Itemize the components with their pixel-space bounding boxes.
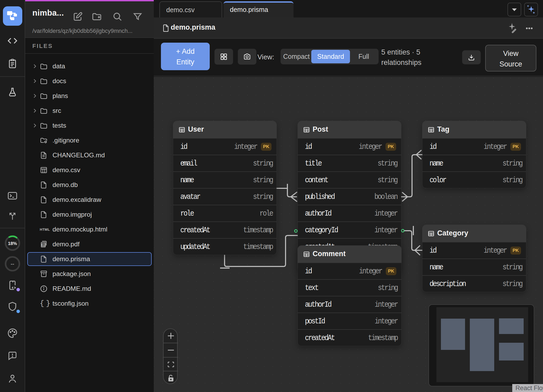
svg-text:PDF: PDF [42,244,45,246]
svg-text:--: -- [11,261,14,267]
svg-text:18%: 18% [8,241,17,246]
